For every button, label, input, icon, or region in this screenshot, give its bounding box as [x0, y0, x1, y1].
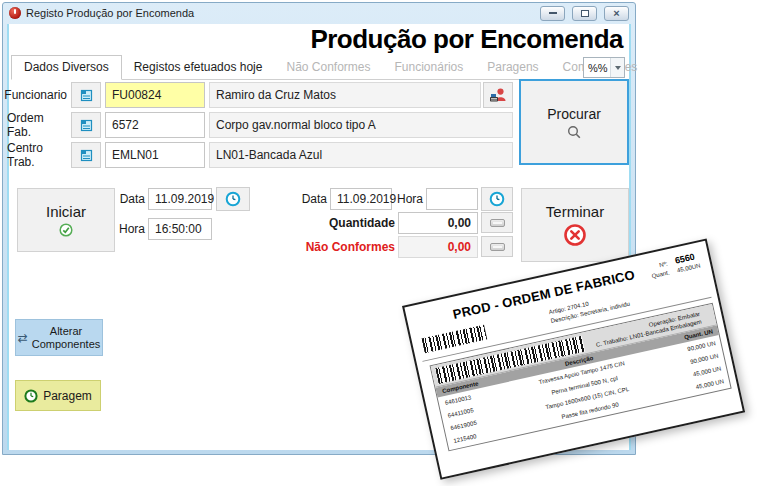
close-icon: × — [613, 8, 619, 19]
finish-time-input[interactable] — [426, 188, 478, 210]
stopwatch-icon — [24, 389, 38, 403]
close-button[interactable]: × — [604, 6, 629, 21]
stop-button[interactable]: Paragem — [15, 380, 101, 411]
funcionario-label: Funcionario — [7, 82, 67, 108]
quantity-input[interactable]: 0,00 — [398, 212, 478, 234]
check-circle-icon — [59, 223, 73, 237]
funcionario-code-input[interactable]: FU00824 — [105, 82, 205, 108]
sheet-quant-label: Quant. — [651, 269, 670, 279]
start-time-label: Hora — [115, 217, 145, 241]
tab-registos-efetuados-hoje[interactable]: Registos efetuados hoje — [122, 56, 275, 79]
tab-paragens: Paragens — [475, 56, 550, 79]
start-date-label: Data — [115, 187, 145, 211]
centro-trab-description-field: LN01-Bancada Azul — [209, 142, 513, 168]
start-clock-button[interactable] — [216, 187, 250, 211]
chevron-down-icon — [615, 66, 621, 70]
keypad-icon — [490, 219, 505, 227]
app-icon — [9, 7, 21, 19]
ordem-fab-description-field: Corpo gav.normal bloco tipo A — [209, 112, 513, 138]
minimize-button[interactable] — [540, 6, 565, 21]
cancel-circle-icon — [563, 223, 587, 247]
title-bar: Registo Produção por Encomenda × — [3, 3, 635, 23]
filter-dropdown[interactable]: %% — [583, 57, 625, 78]
swap-arrows-icon: ⇄ — [18, 331, 28, 345]
window-title: Registo Produção por Encomenda — [26, 7, 535, 19]
start-button[interactable]: Iniciar — [17, 188, 115, 252]
clock-icon — [225, 191, 241, 207]
employee-button[interactable] — [483, 82, 513, 108]
funcionario-lookup-button[interactable] — [71, 82, 101, 108]
clock-icon — [489, 191, 505, 207]
nonconform-label: Não Conformes — [277, 236, 395, 258]
alter-components-button[interactable]: ⇄ AlterarComponentes — [15, 319, 103, 356]
finish-time-label: Hora — [393, 187, 423, 211]
sheet-number-block: Nº: 6560 Quant. 45,00UN — [649, 251, 701, 279]
quantity-keypad-button[interactable] — [481, 212, 513, 233]
tab-dados-diversos[interactable]: Dados Diversos — [11, 55, 122, 80]
keypad-icon — [490, 243, 505, 251]
tab-nao-conformes: Não Conformes — [274, 56, 382, 79]
form-edit-icon — [80, 119, 93, 132]
search-icon — [567, 125, 581, 139]
start-date-input[interactable]: 11.09.2019 — [148, 188, 212, 210]
funcionario-description-field: Ramiro da Cruz Matos — [209, 82, 481, 108]
maximize-icon — [581, 10, 589, 17]
ordem-fab-label: Ordem Fab. — [7, 112, 67, 138]
ordem-fab-lookup-button[interactable] — [71, 112, 101, 138]
nonconform-keypad-button[interactable] — [481, 236, 513, 257]
minimize-icon — [549, 12, 557, 14]
finish-button-label: Terminar — [546, 203, 604, 220]
form-edit-icon — [80, 149, 93, 162]
sheet-number-label: Nº: — [649, 261, 668, 271]
filter-dropdown-value: %% — [584, 62, 610, 74]
form-edit-icon — [80, 89, 93, 102]
stop-button-label: Paragem — [43, 389, 92, 403]
search-button[interactable]: Procurar — [519, 79, 629, 165]
alter-components-label: AlterarComponentes — [32, 325, 101, 351]
screen: Registo Produção por Encomenda × Produçã… — [0, 0, 773, 486]
start-time-input[interactable]: 16:50:00 — [148, 218, 212, 240]
quantity-label: Quantidade — [277, 212, 395, 234]
centro-trab-code-input[interactable]: EMLN01 — [105, 142, 205, 168]
ordem-fab-code-input[interactable]: 6572 — [105, 112, 205, 138]
user-icon — [489, 87, 507, 103]
nonconform-input[interactable]: 0,00 — [398, 236, 478, 258]
finish-clock-button[interactable] — [481, 187, 513, 211]
finish-date-input[interactable]: 11.09.2019 — [330, 188, 392, 210]
search-button-label: Procurar — [547, 106, 601, 122]
tab-strip: Dados Diversos Registos efetuados hoje N… — [11, 56, 627, 80]
dropdown-arrow-button[interactable] — [610, 58, 624, 77]
finish-date-label: Data — [297, 187, 327, 211]
page-title: Produção por Encomenda — [310, 24, 623, 55]
finish-button[interactable]: Terminar — [521, 188, 629, 262]
start-button-label: Iniciar — [46, 203, 86, 220]
maximize-button[interactable] — [572, 6, 597, 21]
tab-funcionarios: Funcionários — [383, 56, 476, 79]
centro-trab-label: Centro Trab. — [7, 142, 67, 168]
centro-trab-lookup-button[interactable] — [71, 142, 101, 168]
